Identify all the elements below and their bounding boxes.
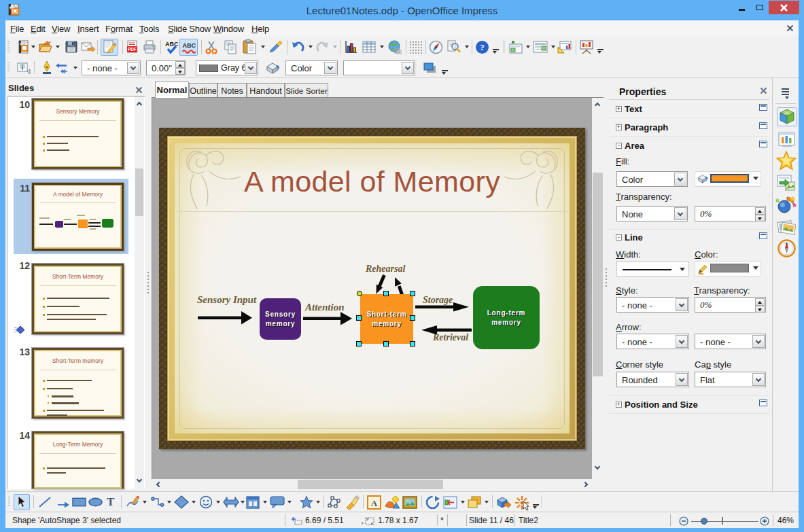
svg-text:ABC: ABC (183, 42, 196, 49)
svg-text:PDF: PDF (128, 47, 137, 52)
svg-text:N: N (786, 242, 788, 246)
svg-text:A: A (371, 498, 378, 508)
svg-text:?: ? (480, 42, 485, 52)
svg-text:ABC: ABC (165, 41, 179, 48)
